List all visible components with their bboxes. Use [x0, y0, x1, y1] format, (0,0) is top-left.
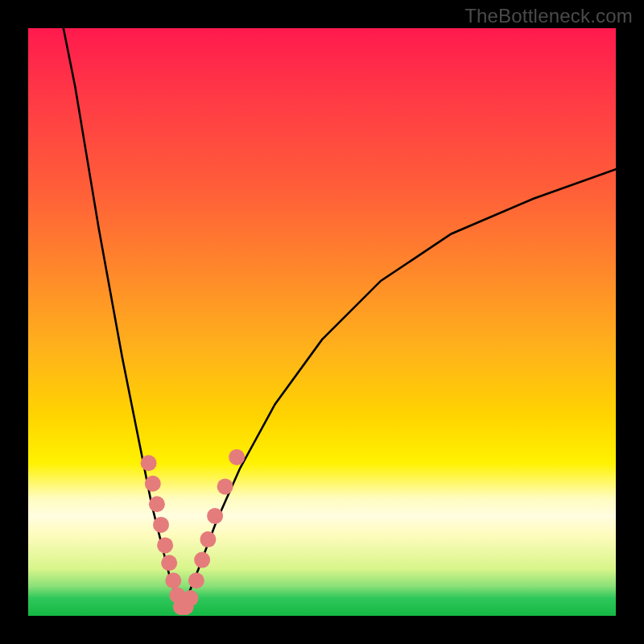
marker-dot: [157, 537, 173, 553]
marker-dot: [145, 476, 161, 492]
marker-dot: [200, 531, 216, 547]
chart-svg: [28, 28, 616, 616]
plot-area: [28, 28, 616, 616]
marker-dot: [217, 478, 233, 494]
marker-dot: [165, 572, 181, 588]
marker-dot: [194, 552, 210, 568]
marker-dot: [229, 449, 245, 465]
curve-right-branch: [181, 169, 616, 610]
marker-dot: [161, 555, 177, 571]
marker-dot: [207, 508, 223, 524]
marker-dot: [149, 496, 165, 512]
marker-dot: [141, 455, 157, 471]
marker-dot: [188, 572, 204, 588]
marker-dot: [153, 517, 169, 533]
marker-dot: [183, 590, 199, 606]
watermark-text: TheBottleneck.com: [464, 5, 633, 27]
chart-frame: TheBottleneck.com: [0, 0, 644, 644]
curve-layer: [64, 28, 616, 610]
marker-dots: [141, 449, 246, 615]
